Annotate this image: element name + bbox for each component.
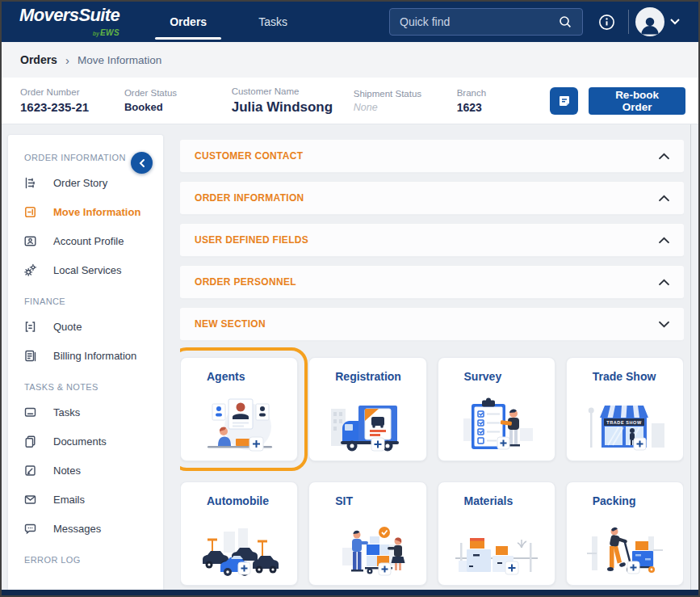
note-button[interactable]	[550, 87, 578, 115]
chevron-up-icon[interactable]	[659, 237, 669, 244]
sidebar-item-emails[interactable]: Emails	[8, 485, 163, 514]
sidebar-item-label: Quote	[53, 321, 82, 333]
sidebar-item-label: Account Profile	[53, 235, 124, 247]
section-order-information[interactable]: ORDER INFORMATION	[180, 182, 684, 214]
rebook-order-button[interactable]: Re-book Order	[589, 87, 685, 115]
sidebar-item-label: Notes	[53, 465, 81, 477]
sidebar-item-quote[interactable]: Quote	[8, 312, 163, 341]
branch-field: Branch 1623	[457, 88, 550, 114]
section-title: CUSTOMER CONTACT	[195, 150, 303, 162]
documents-icon	[23, 435, 37, 448]
breadcrumb: Orders › Move Information	[2, 42, 698, 78]
emails-envelope-icon	[23, 493, 37, 507]
sidebar-item-billing-information[interactable]: Billing Information	[8, 341, 163, 370]
order-number-value: 1623-235-21	[20, 100, 124, 114]
chevron-up-icon[interactable]	[659, 195, 669, 202]
sidebar-item-local-services[interactable]: Local Services	[8, 255, 163, 284]
sidebar-item-label: Documents	[53, 435, 107, 448]
user-menu-chevron-down-icon[interactable]	[664, 6, 685, 37]
notes-icon	[23, 464, 37, 477]
card-automobile[interactable]: Automobile	[180, 481, 298, 586]
tab-orders[interactable]: Orders	[144, 2, 233, 42]
info-icon[interactable]	[591, 6, 622, 37]
quote-icon	[23, 320, 37, 334]
sidebar-item-messages[interactable]: Messages	[8, 514, 163, 543]
card-materials[interactable]: Materials	[438, 481, 555, 586]
branch-value: 1623	[457, 101, 550, 114]
quick-find-box[interactable]	[389, 8, 583, 36]
chevron-left-icon	[137, 158, 147, 169]
order-status-value: Booked	[124, 101, 232, 113]
section-order-personnel[interactable]: ORDER PERSONNEL	[180, 266, 684, 298]
main-tabs: Orders Tasks	[144, 2, 313, 42]
chevron-up-icon[interactable]	[659, 279, 669, 286]
sidebar-item-label: Emails	[53, 494, 85, 506]
card-registration[interactable]: Registration	[308, 357, 426, 461]
tasks-icon	[23, 406, 37, 419]
brand-name: MoversSuite	[19, 6, 119, 24]
sidebar-item-label: Billing Information	[53, 350, 136, 362]
sidebar-item-label: Order Story	[53, 177, 107, 189]
automobile-illustration	[181, 507, 297, 585]
order-status-field: Order Status Booked	[124, 88, 232, 113]
shipment-status-field: Shipment Status None	[354, 89, 457, 113]
sidebar-item-move-information[interactable]: Move Information	[8, 197, 163, 226]
breadcrumb-orders[interactable]: Orders	[20, 53, 57, 66]
materials-illustration	[438, 507, 555, 585]
card-packing[interactable]: Packing	[566, 481, 684, 586]
registration-illustration	[309, 383, 425, 460]
card-agents[interactable]: Agents	[180, 357, 298, 461]
chevron-right-icon: ›	[65, 53, 69, 67]
sidebar-item-account-profile[interactable]: Account Profile	[8, 226, 163, 255]
sidebar-group-finance: FINANCE	[8, 296, 163, 306]
shipment-status-value: None	[354, 102, 457, 113]
sidebar-group-tasks-notes: TASKS & NOTES	[8, 382, 163, 392]
app-window: MoversSuite byEWS Orders Tasks	[0, 0, 700, 597]
field-label: Branch	[457, 88, 550, 98]
quick-find-input[interactable]	[400, 15, 559, 28]
field-label: Order Status	[124, 88, 232, 98]
billing-information-icon	[23, 349, 37, 363]
bottom-window-edge	[2, 590, 698, 595]
sidebar-item-documents[interactable]: Documents	[8, 427, 163, 456]
section-title: ORDER INFORMATION	[195, 192, 304, 204]
nav-separator	[628, 10, 629, 34]
chevron-down-icon[interactable]	[659, 321, 669, 328]
sidebar-item-tasks[interactable]: Tasks	[8, 397, 163, 427]
section-title: ORDER PERSONNEL	[195, 276, 296, 288]
agents-illustration	[181, 383, 297, 460]
account-profile-icon	[23, 234, 37, 248]
section-title: USER DEFINED FIELDS	[195, 234, 308, 246]
section-customer-contact[interactable]: CUSTOMER CONTACT	[180, 140, 684, 172]
search-icon[interactable]	[559, 15, 572, 29]
sidebar: ORDER INFORMATION Order Story Move Infor…	[7, 134, 164, 590]
brand-logo: MoversSuite byEWS	[19, 6, 119, 38]
top-nav: MoversSuite byEWS Orders Tasks	[2, 2, 698, 42]
survey-illustration	[438, 383, 555, 460]
trade-show-sign: TRADE SHOW	[606, 420, 642, 425]
order-story-icon	[23, 176, 37, 190]
sidebar-item-label: Messages	[53, 523, 101, 535]
card-trade-show[interactable]: Trade Show TRADE SHOW	[566, 357, 684, 461]
section-user-defined-fields[interactable]: USER DEFINED FIELDS	[180, 224, 684, 256]
sidebar-item-label: Move Information	[53, 206, 140, 218]
scrollbar-track[interactable]	[690, 124, 691, 590]
sidebar-item-label: Local Services	[53, 264, 122, 276]
card-survey[interactable]: Survey	[438, 357, 555, 461]
collapse-sidebar-button[interactable]	[131, 152, 153, 174]
note-icon	[557, 94, 572, 108]
order-summary-bar: Order Number 1623-235-21 Order Status Bo…	[2, 78, 698, 124]
order-number-field: Order Number 1623-235-21	[20, 87, 124, 114]
user-avatar[interactable]	[635, 7, 664, 36]
tab-tasks[interactable]: Tasks	[233, 2, 313, 42]
customer-name-value: Julia Windsong	[232, 99, 354, 116]
sidebar-item-notes[interactable]: Notes	[8, 456, 163, 485]
sit-illustration	[309, 507, 425, 585]
page-body: ORDER INFORMATION Order Story Move Infor…	[2, 124, 698, 590]
new-section-cards: Agents	[180, 357, 684, 586]
main-content: CUSTOMER CONTACT ORDER INFORMATION USER …	[180, 140, 684, 590]
brand-tagline: byEWS	[93, 25, 119, 38]
chevron-up-icon[interactable]	[659, 153, 669, 160]
card-sit[interactable]: SIT	[308, 481, 426, 586]
section-new-section[interactable]: NEW SECTION	[180, 308, 684, 340]
